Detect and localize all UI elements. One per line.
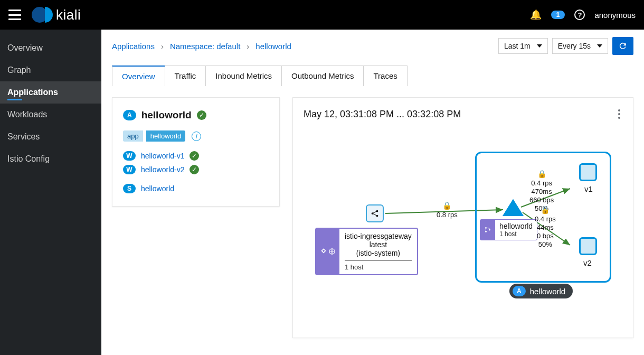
edge-main-label: 🔒 0.8 rps [437, 201, 458, 219]
svg-point-7 [485, 227, 487, 229]
graph-node-service[interactable]: helloworld 1 host [480, 219, 537, 240]
gateway-version: latest [345, 240, 412, 249]
app-label: app helloworld i [123, 130, 269, 142]
duration-select[interactable]: Last 1m [498, 38, 548, 54]
chevron-right-icon: › [247, 42, 249, 51]
app-title: helloworld [141, 109, 192, 121]
gateway-title: istio-ingressgateway [345, 232, 412, 240]
health-ok-icon: ✓ [197, 110, 206, 120]
sidebar-item-workloads[interactable]: Workloads [0, 104, 101, 126]
main-content: Applications › Namespace: default › hell… [101, 30, 644, 355]
app-badge: A [123, 110, 136, 120]
gateway-hosts: 1 host [345, 260, 412, 271]
tab-outbound-metrics[interactable]: Outbound Metrics [281, 66, 364, 86]
chevron-right-icon: › [161, 42, 164, 51]
edge-v2-label: 🔒 0.4 rps 44ms 0 bps 50% [535, 205, 556, 249]
caret-down-icon [597, 44, 602, 48]
tab-traffic[interactable]: Traffic [165, 66, 206, 86]
sidebar-item-istio-config[interactable]: Istio Config [0, 148, 101, 170]
tab-traces[interactable]: Traces [363, 66, 407, 86]
info-icon[interactable]: i [192, 132, 201, 141]
label-key: app [123, 130, 143, 142]
refresh-interval-select[interactable]: Every 15s [552, 38, 608, 54]
triangle-icon [504, 201, 522, 216]
gateway-namespace: (istio-system) [345, 249, 412, 257]
workload-badge: W [123, 151, 136, 161]
username[interactable]: anonymous [594, 11, 636, 20]
tab-inbound-metrics[interactable]: Inbound Metrics [205, 66, 282, 86]
graph-node-v2[interactable] [579, 237, 597, 255]
topbar: kiali 🔔 1 ? anonymous [0, 0, 644, 30]
brand-text: kiali [56, 7, 81, 23]
bell-icon[interactable]: 🔔 [530, 9, 542, 21]
breadcrumb-app[interactable]: helloworld [255, 42, 291, 51]
lock-icon: 🔒 [442, 201, 451, 210]
list-item: S helloworld [123, 184, 269, 193]
lock-icon: 🔒 [541, 205, 550, 214]
breadcrumb: Applications › Namespace: default › hell… [112, 42, 291, 51]
breadcrumb-applications[interactable]: Applications [112, 42, 155, 51]
svg-point-8 [485, 231, 487, 232]
sidebar-item-overview[interactable]: Overview [0, 37, 101, 59]
lock-icon: 🔒 [537, 170, 546, 178]
hamburger-menu-toggle[interactable] [8, 10, 21, 20]
sidebar: Overview Graph Applications Workloads Se… [0, 30, 101, 355]
notification-count[interactable]: 1 [551, 11, 565, 19]
app-box-label[interactable]: A helloworld [509, 284, 573, 298]
graph-time-range: May 12, 03:31:08 PM ... 03:32:08 PM [304, 109, 461, 120]
graph-node-v1[interactable] [579, 163, 597, 181]
refresh-interval-value: Every 15s [558, 42, 591, 50]
time-controls: Last 1m Every 15s [498, 37, 633, 55]
branch-icon [480, 220, 495, 240]
workload-badge: W [123, 165, 136, 174]
duration-value: Last 1m [504, 42, 531, 50]
graph-node-service-triangle[interactable] [504, 201, 525, 219]
label-value: helloworld [146, 130, 186, 142]
svg-point-3 [372, 212, 374, 214]
topbar-right: 🔔 1 ? anonymous [530, 9, 636, 21]
service-badge: S [123, 184, 136, 193]
workload-link[interactable]: helloworld-v1 [141, 152, 184, 160]
service-hosts: 1 host [499, 230, 533, 238]
svg-point-5 [376, 215, 378, 217]
service-name: helloworld [499, 222, 533, 230]
minigraph[interactable]: istio-ingressgateway latest (istio-syste… [304, 126, 622, 327]
app-details-card: A helloworld ✓ app helloworld i W hellow… [112, 97, 280, 207]
health-ok-icon: ✓ [190, 165, 199, 174]
related-list: W helloworld-v1 ✓ W helloworld-v2 ✓ S he… [123, 151, 269, 193]
tabs: Overview Traffic Inbound Metrics Outboun… [112, 66, 633, 87]
list-item: W helloworld-v1 ✓ [123, 151, 269, 161]
share-icon [370, 209, 380, 218]
workload-link[interactable]: helloworld-v2 [141, 165, 184, 174]
gateway-icon [316, 229, 339, 274]
graph-options-kebab[interactable] [616, 107, 622, 121]
refresh-icon [618, 41, 628, 51]
v2-label: v2 [583, 258, 592, 267]
graph-node-gateway-icon[interactable] [366, 204, 384, 222]
list-item: W helloworld-v2 ✓ [123, 165, 269, 174]
app-box-name: helloworld [530, 287, 566, 296]
sidebar-item-services[interactable]: Services [0, 126, 101, 148]
app-badge-icon: A [513, 286, 526, 296]
kiali-logo-icon [32, 7, 51, 23]
help-icon[interactable]: ? [574, 10, 585, 20]
sidebar-item-graph[interactable]: Graph [0, 59, 101, 81]
service-link[interactable]: helloworld [141, 184, 174, 193]
sidebar-item-applications[interactable]: Applications [0, 81, 101, 104]
minigraph-card: May 12, 03:31:08 PM ... 03:32:08 PM [292, 97, 633, 338]
health-ok-icon: ✓ [190, 151, 199, 161]
caret-down-icon [537, 44, 542, 48]
refresh-button[interactable] [612, 37, 633, 55]
brand: kiali [32, 7, 81, 23]
graph-node-gateway[interactable]: istio-ingressgateway latest (istio-syste… [315, 228, 418, 275]
v1-label: v1 [584, 184, 593, 193]
breadcrumb-namespace[interactable]: Namespace: default [170, 42, 240, 51]
tab-overview[interactable]: Overview [112, 66, 165, 86]
svg-point-4 [376, 210, 378, 212]
